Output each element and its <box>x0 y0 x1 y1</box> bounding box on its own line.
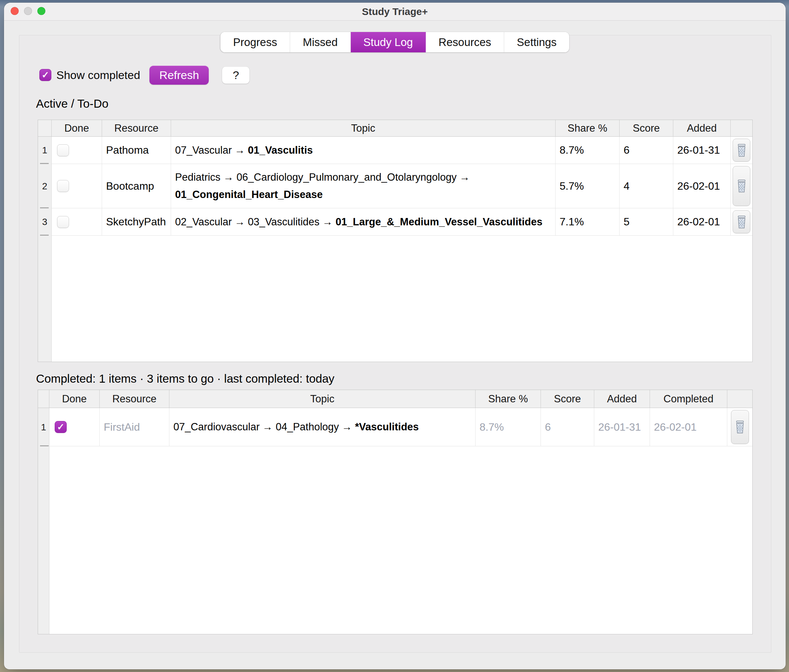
added-cell: 26-01-31 <box>594 408 650 446</box>
topic-cell: 02_Vascular → 03_Vasculitides → 01_Large… <box>171 208 556 236</box>
score-cell: 4 <box>620 164 673 208</box>
added-cell: 26-01-31 <box>673 137 731 164</box>
header-topic[interactable]: Topic <box>171 120 556 137</box>
minimize-button[interactable] <box>24 7 32 15</box>
row-number: 1 <box>38 137 52 164</box>
tab-bar: Progress Missed Study Log Resources Sett… <box>220 32 569 52</box>
traffic-lights <box>11 7 45 15</box>
score-cell: 6 <box>620 137 673 164</box>
done-checkbox[interactable]: ✓ <box>57 144 69 156</box>
resource-cell: SketchyPath <box>102 208 171 236</box>
score-cell: 6 <box>541 408 594 446</box>
delete-button[interactable] <box>733 166 750 206</box>
header-gutter <box>38 390 50 408</box>
share-cell: 5.7% <box>556 164 620 208</box>
tab-content-panel: ✓ Show completed Refresh ? Active / To-D… <box>19 35 771 653</box>
table-empty-area <box>38 236 752 362</box>
actions-cell <box>731 208 752 236</box>
header-done[interactable]: Done <box>50 390 100 408</box>
window-title: Study Triage+ <box>362 6 428 18</box>
share-cell: 8.7% <box>476 408 541 446</box>
header-share[interactable]: Share % <box>476 390 541 408</box>
resource-cell: Bootcamp <box>102 164 171 208</box>
header-added[interactable]: Added <box>673 120 731 137</box>
tab-missed[interactable]: Missed <box>290 32 351 52</box>
refresh-button[interactable]: Refresh <box>149 65 209 85</box>
completed-table: Done Resource Topic Share % Score Added … <box>38 389 753 634</box>
active-table: Done Resource Topic Share % Score Added … <box>38 120 753 362</box>
row-number: 3 <box>38 208 52 236</box>
topic-cell: 07_Vascular → 01_Vasculitis <box>171 137 556 164</box>
checkmark-icon: ✓ <box>57 423 65 432</box>
checkmark-icon: ✓ <box>42 71 50 80</box>
resource-cell: FirstAid <box>100 408 169 446</box>
tab-resources[interactable]: Resources <box>426 32 504 52</box>
table-row[interactable]: 1 ✓ Pathoma 07_Vascular → 01_Vasculitis … <box>38 137 752 164</box>
share-cell: 8.7% <box>556 137 620 164</box>
actions-cell <box>727 408 752 446</box>
done-checkbox[interactable]: ✓ <box>55 421 67 433</box>
actions-cell <box>731 137 752 164</box>
done-checkbox[interactable]: ✓ <box>57 216 69 228</box>
trash-icon <box>734 420 746 434</box>
empty-area <box>52 236 752 362</box>
app-window: Study Triage+ Progress Missed Study Log … <box>4 3 786 669</box>
header-added[interactable]: Added <box>594 390 650 408</box>
topic-cell: 07_Cardiovascular → 04_Pathology → *Vasc… <box>169 408 476 446</box>
empty-area <box>50 446 752 634</box>
row-number: 1 <box>38 408 50 446</box>
header-score[interactable]: Score <box>541 390 594 408</box>
added-cell: 26-02-01 <box>673 208 731 236</box>
done-cell: ✓ <box>50 408 100 446</box>
table-row[interactable]: 2 ✓ Bootcamp Pediatrics → 06_Cardiology_… <box>38 164 752 208</box>
done-checkbox[interactable]: ✓ <box>57 180 69 192</box>
topic-cell: Pediatrics → 06_Cardiology_Pulmonary_and… <box>171 164 556 208</box>
gutter-filler <box>38 236 52 362</box>
show-completed-checkbox[interactable]: ✓ <box>39 69 51 81</box>
help-button[interactable]: ? <box>222 67 249 84</box>
row-number: 2 <box>38 164 52 208</box>
score-cell: 5 <box>620 208 673 236</box>
done-cell: ✓ <box>52 208 102 236</box>
done-cell: ✓ <box>52 164 102 208</box>
table-row[interactable]: 1 ✓ FirstAid 07_Cardiovascular → 04_Path… <box>38 408 752 446</box>
resource-cell: Pathoma <box>102 137 171 164</box>
trash-icon <box>736 143 747 157</box>
table-row[interactable]: 3 ✓ SketchyPath 02_Vascular → 03_Vasculi… <box>38 208 752 236</box>
header-actions <box>727 390 752 408</box>
active-table-header: Done Resource Topic Share % Score Added <box>38 120 752 137</box>
zoom-button[interactable] <box>37 7 45 15</box>
header-resource[interactable]: Resource <box>100 390 169 408</box>
tab-settings[interactable]: Settings <box>504 32 569 52</box>
done-cell: ✓ <box>52 137 102 164</box>
added-cell: 26-02-01 <box>673 164 731 208</box>
header-done[interactable]: Done <box>52 120 102 137</box>
header-topic[interactable]: Topic <box>169 390 476 408</box>
trash-icon <box>736 179 747 193</box>
table-empty-area <box>38 446 752 634</box>
header-score[interactable]: Score <box>620 120 673 137</box>
tab-progress[interactable]: Progress <box>220 32 290 52</box>
actions-cell <box>731 164 752 208</box>
active-section-heading: Active / To-Do <box>36 97 109 110</box>
header-gutter <box>38 120 52 137</box>
completed-section-heading: Completed: 1 items · 3 items to go · las… <box>36 372 334 385</box>
delete-button[interactable] <box>733 210 750 233</box>
trash-icon <box>736 215 747 229</box>
completed-table-header: Done Resource Topic Share % Score Added … <box>38 390 752 408</box>
delete-button[interactable] <box>733 139 750 162</box>
delete-button[interactable] <box>731 410 749 444</box>
titlebar: Study Triage+ <box>4 3 786 21</box>
gutter-filler <box>38 446 50 634</box>
header-actions <box>731 120 752 137</box>
completed-cell: 26-02-01 <box>650 408 727 446</box>
header-share[interactable]: Share % <box>556 120 620 137</box>
show-completed-label: Show completed <box>56 69 140 81</box>
share-cell: 7.1% <box>556 208 620 236</box>
header-resource[interactable]: Resource <box>102 120 171 137</box>
tab-study-log[interactable]: Study Log <box>350 32 426 52</box>
header-completed[interactable]: Completed <box>650 390 727 408</box>
controls-row: ✓ Show completed Refresh ? <box>39 65 249 85</box>
close-button[interactable] <box>11 7 19 15</box>
